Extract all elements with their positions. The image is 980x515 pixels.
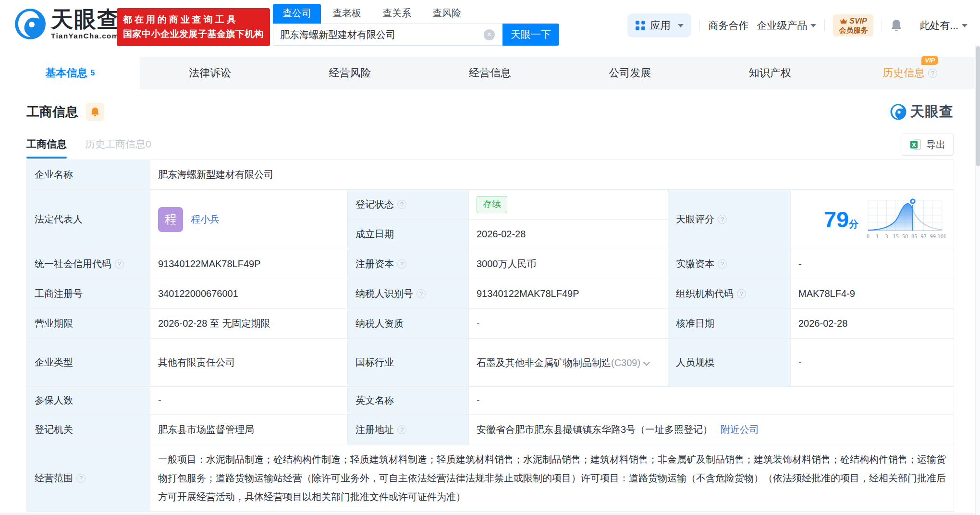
subtab-label: 历史工商信息 (85, 138, 146, 149)
field-label: 企业类型 (27, 339, 150, 387)
field-value: 2026-02-28 (469, 220, 668, 249)
help-icon[interactable]: ? (718, 259, 727, 269)
tab-operating-info[interactable]: 经营信息 (420, 57, 560, 89)
subtab-history-business-info[interactable]: 历史工商信息0 (85, 137, 151, 159)
field-value: - (791, 339, 954, 387)
tab-label: 经营风险 (329, 66, 371, 80)
notification-bell-icon[interactable] (890, 19, 903, 32)
table-row: 企业名称 肥东海螺新型建材有限公司 (27, 160, 954, 190)
vip-tag: VIP (921, 56, 938, 65)
apps-menu[interactable]: 应用 (627, 13, 691, 37)
divider (911, 20, 911, 31)
svg-text:15: 15 (893, 234, 899, 239)
tab-label: 知识产权 (749, 66, 791, 80)
search-area: 查公司 查老板 查关系 查风险 × 天眼一下 (273, 4, 559, 46)
search-button[interactable]: 天眼一下 (502, 24, 559, 46)
tab-basic-info[interactable]: 基本信息 5 (0, 57, 140, 89)
field-label: 法定代表人 (27, 190, 150, 249)
field-label: 统一社会信用代码? (27, 249, 150, 279)
scrollbar-thumb[interactable] (976, 46, 980, 166)
user-menu[interactable]: 此处有... (919, 19, 968, 32)
help-icon[interactable]: ? (416, 289, 426, 298)
promo-badge: 都在用的商业查询工具 国家中小企业发展子基金旗下机构 (117, 8, 270, 46)
logo-text: 天眼查 TianYanCha.com (51, 8, 120, 40)
field-value: MAK78LF4-9 (791, 279, 954, 309)
field-label: 人员规模 (668, 339, 791, 387)
logo-domain: TianYanCha.com (51, 32, 120, 40)
crown-icon (840, 18, 847, 24)
search-input[interactable] (273, 24, 502, 46)
help-icon[interactable]: ? (397, 259, 406, 269)
field-value: 2026-02-28 (791, 309, 954, 339)
search-tab-risk[interactable]: 查风险 (432, 4, 461, 24)
search-tab-relation[interactable]: 查关系 (382, 4, 411, 24)
promo-line1: 都在用的商业查询工具 (123, 12, 264, 27)
avatar[interactable]: 程 (158, 207, 183, 232)
field-label: 登记状态? (348, 190, 469, 220)
help-icon[interactable]: ? (397, 200, 406, 209)
tab-company-development[interactable]: 公司发展 (560, 57, 700, 89)
field-label: 天眼评分? (668, 190, 791, 249)
table-row: 企业类型 其他有限责任公司 国标行业 石墨及其他非金属矿物制品制造(C309) … (27, 339, 954, 387)
divider (824, 20, 825, 31)
subscribe-bell-button[interactable] (86, 103, 104, 121)
status-badge: 存续 (477, 196, 507, 213)
field-label: 注册地址? (348, 415, 469, 445)
tab-history-info[interactable]: 历史信息 VIP ? (840, 57, 980, 89)
field-label: 英文名称 (348, 387, 469, 415)
header-right-nav: 应用 商务合作 企业级产品 SVIP 会员服务 此处有 (627, 13, 968, 37)
table-row: 工商注册号 340122000676001 纳税人识别号? 91340122MA… (27, 279, 954, 309)
table-row: 法定代表人 程 程小兵 登记状态? 存续 天眼评分? 79分 (27, 190, 954, 220)
search-tab-company[interactable]: 查公司 (273, 4, 321, 24)
field-label: 组织机构代码? (668, 279, 791, 309)
subtab-business-info[interactable]: 工商信息 (26, 137, 67, 159)
industry-cell: 石墨及其他非金属矿物制品制造(C309) (469, 339, 668, 387)
help-icon[interactable]: ? (718, 215, 727, 224)
tab-label: 经营信息 (469, 66, 511, 80)
tab-label: 基本信息 (45, 66, 87, 80)
user-menu-label: 此处有... (919, 19, 958, 32)
search-box: × 天眼一下 (273, 24, 559, 46)
search-tab-boss[interactable]: 查老板 (332, 4, 361, 24)
tianyancha-logo[interactable]: 天眼查 TianYanCha.com (14, 8, 120, 40)
scrollbar-track[interactable] (975, 44, 980, 515)
clear-icon[interactable]: × (484, 29, 495, 40)
table-row: 经营范围? 一般项目：水泥制品制造；砼结构构件制造；轻质建筑材料制造；轻质建筑材… (27, 445, 954, 512)
nearby-companies-link[interactable]: 附近公司 (721, 424, 759, 435)
tianyancha-logo-icon (14, 8, 46, 40)
bell-icon (90, 107, 100, 117)
field-label: 营业期限 (27, 309, 150, 339)
svip-member-badge[interactable]: SVIP 会员服务 (833, 14, 873, 37)
svg-text:85: 85 (911, 234, 918, 239)
export-button[interactable]: X 导出 (902, 134, 954, 156)
chevron-down-icon[interactable] (643, 359, 650, 366)
field-label: 企业名称 (27, 160, 150, 190)
field-value: - (791, 249, 954, 279)
help-icon[interactable]: ? (397, 425, 406, 434)
apps-grid-icon (635, 20, 646, 31)
help-icon[interactable]: ? (928, 69, 937, 78)
divider (882, 20, 882, 31)
field-value: - (150, 387, 348, 415)
company-nav-tabs: 基本信息 5 法律诉讼 经营风险 经营信息 公司发展 知识产权 历史信息 VIP… (0, 57, 980, 89)
tab-legal-proceedings[interactable]: 法律诉讼 (140, 57, 280, 89)
legal-rep-cell: 程 程小兵 (150, 190, 348, 249)
field-label: 实缴资本? (668, 249, 791, 279)
help-icon[interactable]: ? (737, 289, 746, 298)
field-label: 成立日期 (348, 220, 469, 249)
nav-business-cooperation[interactable]: 商务合作 (708, 19, 748, 32)
help-icon[interactable]: ? (76, 474, 86, 483)
svg-text:100: 100 (937, 234, 946, 239)
legal-rep-link[interactable]: 程小兵 (191, 213, 220, 226)
field-label: 注册资本? (348, 249, 469, 279)
export-label: 导出 (926, 138, 945, 151)
tab-operating-risk[interactable]: 经营风险 (280, 57, 420, 89)
tab-intellectual-property[interactable]: 知识产权 (700, 57, 840, 89)
address-cell: 安徽省合肥市肥东县撮镇镇东华路3号（一址多照登记） 附近公司 (469, 415, 954, 445)
help-icon[interactable]: ? (115, 259, 124, 269)
field-value: - (469, 387, 954, 415)
nav-enterprise-products[interactable]: 企业级产品 (757, 19, 816, 32)
tab-count: 5 (90, 69, 95, 77)
field-value: 肥东海螺新型建材有限公司 (150, 160, 954, 190)
field-value: 91340122MAK78LF49P (469, 279, 668, 309)
